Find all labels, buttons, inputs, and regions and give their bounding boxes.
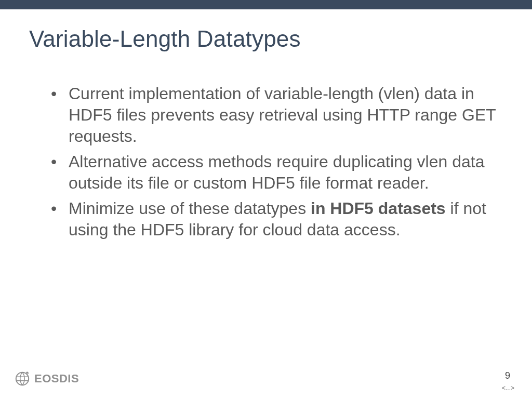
globe-icon — [15, 371, 30, 387]
top-accent-bar — [0, 0, 532, 9]
bullet-text: in HDF5 datasets — [311, 199, 446, 218]
bullet-text: Minimize use of these datatypes — [69, 199, 311, 218]
bullet-list: Current implementation of variable-lengt… — [47, 83, 501, 241]
bullet-item: Current implementation of variable-lengt… — [47, 83, 501, 147]
slide: Variable-Length Datatypes Current implem… — [0, 0, 532, 399]
slide-title: Variable-Length Datatypes — [29, 26, 301, 52]
bullet-item: Minimize use of these datatypes in HDF5 … — [47, 198, 501, 241]
footer-logo: EOSDIS — [15, 371, 79, 387]
page-number: 9 — [505, 370, 510, 381]
bullet-text: Alternative access methods require dupli… — [69, 152, 484, 192]
bullet-item: Alternative access methods require dupli… — [47, 151, 501, 194]
bullet-text: Current implementation of variable-lengt… — [69, 84, 496, 145]
slide-content: Current implementation of variable-lengt… — [47, 83, 501, 245]
ellipsis-tag: <...> — [502, 384, 514, 392]
svg-point-0 — [16, 373, 29, 385]
footer-logo-text: EOSDIS — [34, 372, 79, 385]
